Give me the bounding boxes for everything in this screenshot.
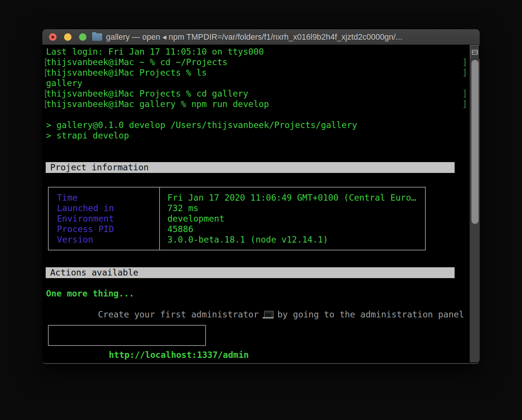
terminal-lines: Last login: Fri Jan 17 11:05:10 on ttys0…: [42, 46, 470, 141]
info-label: Version: [57, 234, 160, 245]
terminal-text: thijsvanbeek@iMac gallery % npm run deve…: [46, 99, 269, 109]
one-more-thing-headline: One more thing...: [42, 288, 470, 299]
laptop-icon: [262, 311, 274, 319]
open-bracket: [: [43, 99, 48, 109]
terminal-line: [thijsvanbeek@iMac Projects % cd gallery…: [42, 88, 470, 99]
close-bracket: ]: [462, 88, 467, 99]
terminal-output: Last login: Fri Jan 17 11:05:10 on ttys0…: [42, 45, 470, 362]
split-pane-button[interactable]: [470, 45, 480, 59]
info-value: Fri Jan 17 2020 11:06:49 GMT+0100 (Centr…: [167, 192, 425, 203]
actions-header: Actions available: [46, 267, 455, 278]
admin-instruction: Create your first administratorby going …: [42, 299, 470, 309]
table-divider: [159, 188, 160, 250]
open-bracket: [: [43, 88, 48, 99]
project-info-labels: TimeLaunched inEnvironmentProcess PIDVer…: [49, 192, 160, 245]
minimize-button[interactable]: [64, 33, 72, 41]
terminal-line: [thijsvanbeek@iMac gallery % npm run dev…: [42, 99, 470, 109]
folder-icon: [92, 33, 102, 41]
terminal-line: [42, 109, 470, 120]
instruction-prefix: Create your first administrator: [98, 310, 258, 319]
terminal-line: Last login: Fri Jan 17 11:05:10 on ttys0…: [42, 46, 470, 57]
info-label: Environment: [57, 213, 160, 224]
project-info-values: Fri Jan 17 2020 11:06:49 GMT+0100 (Centr…: [160, 192, 425, 245]
terminal-text: Last login: Fri Jan 17 11:05:10 on ttys0…: [46, 47, 264, 57]
open-bracket: [: [43, 67, 48, 78]
desktop: gallery — open ◂ npm TMPDIR=/var/folders…: [0, 0, 522, 420]
scrollbar[interactable]: [470, 45, 480, 362]
terminal-text: gallery: [46, 78, 82, 88]
terminal-window: gallery — open ◂ npm TMPDIR=/var/folders…: [42, 29, 480, 364]
window-title: gallery — open ◂ npm TMPDIR=/var/folders…: [106, 32, 480, 42]
terminal-line: > gallery@0.1.0 develop /Users/thijsvanb…: [42, 120, 470, 130]
info-value: 732 ms: [167, 203, 425, 213]
terminal-content[interactable]: Last login: Fri Jan 17 11:05:10 on ttys0…: [42, 45, 480, 362]
admin-url[interactable]: http://localhost:1337/admin: [109, 350, 249, 360]
close-bracket: ]: [462, 67, 467, 78]
terminal-text: thijsvanbeek@iMac Projects % cd gallery: [46, 89, 248, 98]
terminal-line: > strapi develop: [42, 130, 470, 141]
terminal-text: > strapi develop: [46, 131, 129, 140]
zoom-button[interactable]: [79, 33, 87, 41]
terminal-text: thijsvanbeek@iMac ~ % cd ~/Projects: [46, 57, 228, 67]
terminal-line: gallery: [42, 78, 470, 88]
info-label: Process PID: [57, 224, 160, 234]
info-value: development: [167, 213, 425, 224]
info-label: Launched in: [57, 203, 160, 213]
open-bracket: [: [43, 57, 48, 67]
close-bracket: ]: [462, 57, 467, 67]
terminal-text: > gallery@0.1.0 develop /Users/thijsvanb…: [46, 120, 357, 130]
scrollbar-thumb[interactable]: [471, 60, 479, 224]
info-value: 45886: [167, 224, 425, 234]
terminal-text: thijsvanbeek@iMac Projects % ls: [46, 68, 207, 77]
info-value: 3.0.0-beta.18.1 (node v12.14.1): [167, 234, 425, 245]
close-button[interactable]: [49, 33, 57, 41]
traffic-lights: [49, 33, 87, 41]
project-info-table: TimeLaunched inEnvironmentProcess PIDVer…: [48, 187, 426, 250]
info-label: Time: [57, 192, 160, 203]
project-info-header: Project information: [46, 162, 455, 173]
split-pane-icon: [472, 50, 478, 55]
instruction-suffix: by going to the administration panel at:: [277, 310, 480, 319]
terminal-line: [thijsvanbeek@iMac ~ % cd ~/Projects]: [42, 57, 470, 67]
close-bracket: ]: [462, 99, 467, 109]
terminal-line: [thijsvanbeek@iMac Projects % ls]: [42, 67, 470, 78]
titlebar[interactable]: gallery — open ◂ npm TMPDIR=/var/folders…: [42, 29, 480, 45]
